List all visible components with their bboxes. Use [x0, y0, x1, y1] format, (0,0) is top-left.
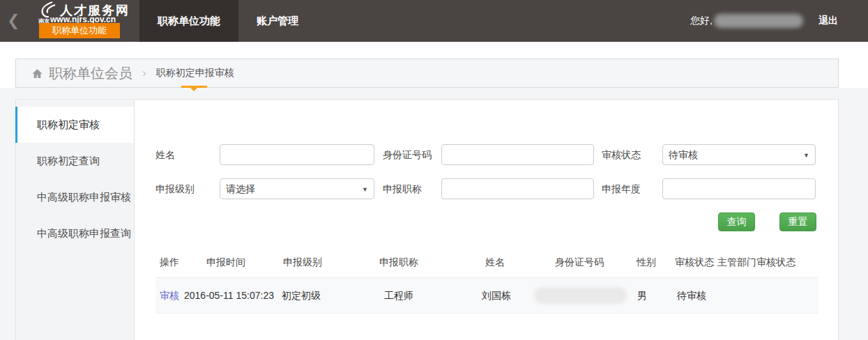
col-apply-title: 申报职称 — [379, 247, 418, 277]
row-id-number-redacted-blur — [534, 287, 627, 304]
apply-year-label: 申报年度 — [602, 178, 641, 199]
logout-link[interactable]: 退出 — [818, 15, 838, 27]
row-audit-status: 待审核 — [677, 278, 706, 313]
sidebar-item-mid-senior-review[interactable]: 中高级职称申报审核 — [16, 179, 134, 215]
tab-title-unit-functions[interactable]: 职称单位功能 — [139, 0, 238, 42]
reset-button[interactable]: 重置 — [779, 212, 816, 231]
navbar-user-area: 您好, 退出 — [690, 0, 838, 42]
audit-status-selected-value: 待审核 — [669, 149, 698, 160]
col-apply-time: 申报时间 — [206, 247, 245, 277]
sidebar-item-title-initial-review[interactable]: 职称初定审核 — [15, 107, 134, 143]
table-row: 审核 2016-05-11 15:07:23 初定初级 工程师 刘国栋 男 待审… — [155, 277, 818, 314]
col-gender: 性别 — [637, 247, 656, 277]
col-name: 姓名 — [485, 247, 505, 277]
breadcrumb-current: 职称初定申报审核 — [156, 67, 234, 79]
col-action: 操作 — [160, 247, 179, 277]
breadcrumb: 职称单位会员 › 职称初定申报审核 — [15, 59, 839, 88]
greeting-text: 您好, — [690, 15, 713, 27]
id-number-input[interactable] — [441, 144, 594, 165]
back-icon[interactable]: ❮ — [7, 12, 20, 30]
row-apply-level: 初定初级 — [282, 278, 321, 313]
page: ❮ 南京 人才服务网 www.njrs.gov.cn 职称单位功能 职称单位功能… — [0, 0, 868, 340]
row-gender: 男 — [637, 278, 647, 313]
chevron-down-icon: ▼ — [362, 180, 368, 199]
logo-badge-button[interactable]: 职称单位功能 — [39, 23, 120, 38]
col-id-number: 身份证号码 — [555, 247, 604, 277]
tab-account-management[interactable]: 账户管理 — [238, 0, 317, 42]
id-number-label: 身份证号码 — [383, 144, 432, 165]
audit-status-select[interactable]: 待审核 ▼ — [662, 144, 816, 165]
apply-year-input[interactable] — [662, 178, 816, 199]
sidebar-item-mid-senior-query[interactable]: 中高级职称申报查询 — [16, 215, 134, 252]
audit-status-label: 审核状态 — [602, 144, 641, 165]
apply-title-input[interactable] — [441, 178, 594, 199]
breadcrumb-active-marker — [181, 86, 207, 88]
navbar-tabs: 职称单位功能 账户管理 — [139, 0, 317, 42]
apply-level-label: 申报级别 — [155, 178, 195, 199]
apply-level-selected-value: 请选择 — [226, 183, 255, 194]
sidebar-item-title-initial-query[interactable]: 职称初定查询 — [16, 143, 134, 179]
search-button[interactable]: 查询 — [718, 212, 755, 231]
row-apply-time: 2016-05-11 15:07:23 — [184, 278, 274, 313]
top-navbar: ❮ 南京 人才服务网 www.njrs.gov.cn 职称单位功能 职称单位功能… — [0, 0, 868, 42]
username-redacted-blur — [714, 14, 803, 28]
col-audit-status: 审核状态 — [675, 247, 714, 277]
chevron-down-icon: ▼ — [803, 146, 809, 165]
sidebar: 职称初定审核 职称初定查询 中高级职称申报审核 中高级职称申报查询 — [15, 99, 134, 340]
row-review-link[interactable]: 审核 — [160, 278, 179, 313]
name-input[interactable] — [220, 144, 374, 165]
main-panel: 姓名 身份证号码 审核状态 待审核 ▼ 申报级别 请选择 ▼ 申报职称 申报年度… — [134, 99, 839, 340]
row-apply-title: 工程师 — [384, 278, 413, 313]
col-apply-level: 申报级别 — [283, 247, 322, 277]
breadcrumb-separator-icon: › — [142, 66, 146, 80]
name-label: 姓名 — [155, 144, 175, 165]
apply-title-label: 申报职称 — [383, 178, 422, 199]
site-logo[interactable]: 南京 人才服务网 www.njrs.gov.cn 职称单位功能 — [33, 0, 124, 42]
table-header: 操作 申报时间 申报级别 申报职称 姓名 身份证号码 性别 审核状态 主管部门审… — [135, 247, 838, 277]
home-icon — [31, 68, 43, 79]
breadcrumb-root[interactable]: 职称单位会员 — [49, 64, 132, 83]
apply-level-select[interactable]: 请选择 ▼ — [220, 178, 374, 199]
row-name: 刘国栋 — [482, 278, 511, 313]
col-dept-audit-status: 主管部门审核状态 — [717, 247, 795, 277]
